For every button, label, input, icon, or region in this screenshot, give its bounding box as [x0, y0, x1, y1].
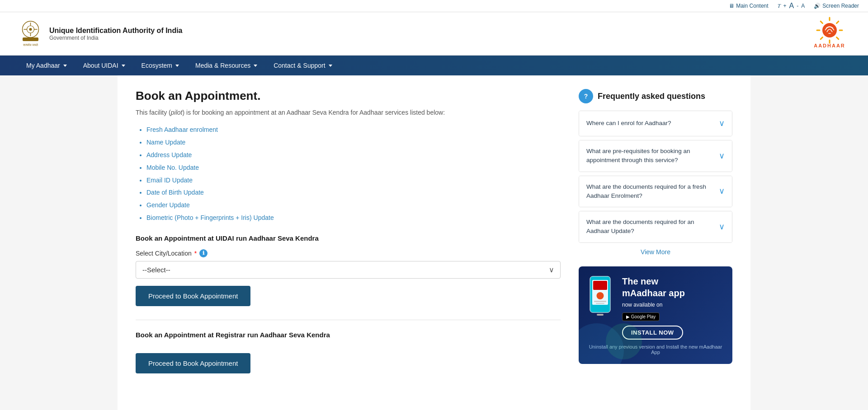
required-indicator: *	[194, 250, 197, 257]
list-item: Date of Birth Update	[146, 187, 561, 198]
svg-point-2	[29, 28, 32, 31]
header-branding: सत्यमेव जयते Unique Identification Autho…	[18, 20, 183, 47]
faq-title: Frequently asked questions	[598, 92, 705, 101]
expand-icon: ∨	[719, 150, 725, 162]
org-sub: Government of India	[49, 35, 183, 41]
section1-heading: Book an Appointment at UIDAI run Aadhaar…	[136, 234, 561, 242]
org-name: Unique Identification Authority of India	[49, 27, 183, 35]
google-play-badge[interactable]: ▶ Google Play	[622, 312, 660, 321]
svg-line-14	[821, 37, 822, 39]
font-increase[interactable]: +	[783, 3, 787, 9]
font-size-controls: 𝑇 + A - A	[778, 2, 805, 10]
list-item: Email ID Update	[146, 175, 561, 186]
faq-question-3[interactable]: What are the documents required for a fr…	[579, 176, 732, 207]
list-item: Mobile No. Update	[146, 163, 561, 173]
expand-icon: ∨	[719, 221, 725, 233]
svg-rect-26	[596, 303, 604, 304]
expand-icon: ∨	[719, 117, 725, 130]
list-item: Name Update	[146, 137, 561, 148]
nav-media-resources[interactable]: Media & Resources	[187, 56, 265, 75]
screen-reader-link[interactable]: 🔊 Screen Reader	[814, 3, 859, 9]
expand-icon: ∨	[719, 185, 725, 197]
svg-text:AADHAAR: AADHAAR	[814, 43, 845, 48]
decorative-circle-2	[606, 323, 642, 359]
city-field-label: Select City/Location * ℹ	[136, 249, 561, 257]
view-more-container: View More	[579, 248, 732, 256]
screen-reader-icon: 🔊	[814, 3, 821, 9]
content-left: Book an Appointment. This facility (pilo…	[136, 89, 561, 400]
aadhaar-logo-svg: AADHAAR	[809, 17, 850, 51]
view-more-link[interactable]: View More	[641, 248, 670, 256]
services-list: Fresh Aadhaar enrolment Name Update Addr…	[136, 125, 561, 223]
page-description: This facility (pilot) is for booking an …	[136, 107, 561, 117]
faq-item-4[interactable]: What are the documents required for an A…	[579, 211, 732, 243]
banner-headline: The new mAadhaar app	[622, 275, 685, 299]
faq-question-2[interactable]: What are pre-requisites for booking an a…	[579, 140, 732, 172]
registrar-section: Book an Appointment at Registrar run Aad…	[136, 331, 561, 373]
site-header: सत्यमेव जयते Unique Identification Autho…	[0, 12, 868, 56]
banner-available-text: now available on	[622, 302, 685, 308]
svg-point-24	[597, 292, 604, 299]
phone-illustration	[588, 275, 615, 322]
section-divider	[136, 320, 561, 320]
main-content-link[interactable]: 🖥 Main Content	[729, 3, 768, 9]
svg-text:सत्यमेव जयते: सत्यमेव जयते	[23, 43, 38, 47]
svg-rect-25	[594, 301, 606, 302]
proceed-btn-2[interactable]: Proceed to Book Appointment	[136, 353, 250, 373]
list-item: Address Update	[146, 150, 561, 161]
nav-ecosystem[interactable]: Ecosystem	[133, 56, 187, 75]
city-select[interactable]: --Select--	[136, 261, 561, 279]
faq-item-1[interactable]: Where can I enrol for Aadhaar? ∨	[579, 111, 732, 136]
maadhaar-banner: The new mAadhaar app now available on ▶ …	[579, 266, 732, 364]
faq-question-4[interactable]: What are the documents required for an A…	[579, 211, 732, 242]
chevron-down-icon	[254, 65, 257, 67]
monitor-icon: 🖥	[729, 3, 734, 9]
faq-question-1[interactable]: Where can I enrol for Aadhaar? ∨	[579, 111, 732, 136]
list-item: Gender Update	[146, 200, 561, 211]
main-nav: My Aadhaar About UIDAI Ecosystem Media &…	[0, 56, 868, 75]
svg-rect-7	[23, 37, 38, 41]
faq-item-3[interactable]: What are the documents required for a fr…	[579, 176, 732, 208]
faq-icon: ?	[579, 89, 593, 103]
nav-my-aadhaar[interactable]: My Aadhaar	[18, 56, 75, 75]
svg-line-10	[837, 21, 839, 23]
faq-header: ? Frequently asked questions	[579, 89, 732, 103]
list-item: Biometric (Photo + Fingerprints + Iris) …	[146, 213, 561, 224]
svg-line-16	[821, 21, 822, 23]
city-select-wrapper: --Select-- ∨	[136, 261, 561, 279]
svg-point-17	[822, 23, 837, 37]
nav-about-uidai[interactable]: About UIDAI	[75, 56, 133, 75]
proceed-btn-1[interactable]: Proceed to Book Appointment	[136, 286, 250, 306]
accessibility-bar: 🖥 Main Content 𝑇 + A - A 🔊 Screen Reader	[0, 0, 868, 12]
faq-item-2[interactable]: What are pre-requisites for booking an a…	[579, 140, 732, 172]
chevron-down-icon	[122, 65, 125, 67]
content-right: ? Frequently asked questions Where can I…	[579, 89, 732, 400]
font-dash: -	[797, 3, 798, 9]
svg-rect-23	[593, 281, 607, 290]
chevron-down-icon	[175, 65, 179, 67]
aadhaar-logo: AADHAAR	[809, 17, 850, 51]
font-size-a-large[interactable]: A	[789, 2, 794, 10]
svg-rect-22	[597, 314, 604, 316]
list-item: Fresh Aadhaar enrolment	[146, 125, 561, 135]
section2-heading: Book an Appointment at Registrar run Aad…	[136, 331, 561, 339]
page-title: Book an Appointment.	[136, 89, 561, 103]
font-icon: 𝑇	[778, 3, 781, 9]
nav-contact-support[interactable]: Contact & Support	[265, 56, 340, 75]
font-size-a-small[interactable]: A	[801, 3, 805, 9]
main-container: Book an Appointment. This facility (pilo…	[118, 75, 750, 410]
info-icon[interactable]: ℹ	[199, 249, 208, 257]
org-info: Unique Identification Authority of India…	[49, 27, 183, 41]
chevron-down-icon	[329, 65, 332, 67]
svg-line-12	[837, 37, 839, 39]
chevron-down-icon	[63, 65, 67, 67]
uidai-section: Book an Appointment at UIDAI run Aadhaar…	[136, 234, 561, 306]
faq-section: ? Frequently asked questions Where can I…	[579, 89, 732, 256]
india-emblem: सत्यमेव जयते	[18, 20, 43, 47]
